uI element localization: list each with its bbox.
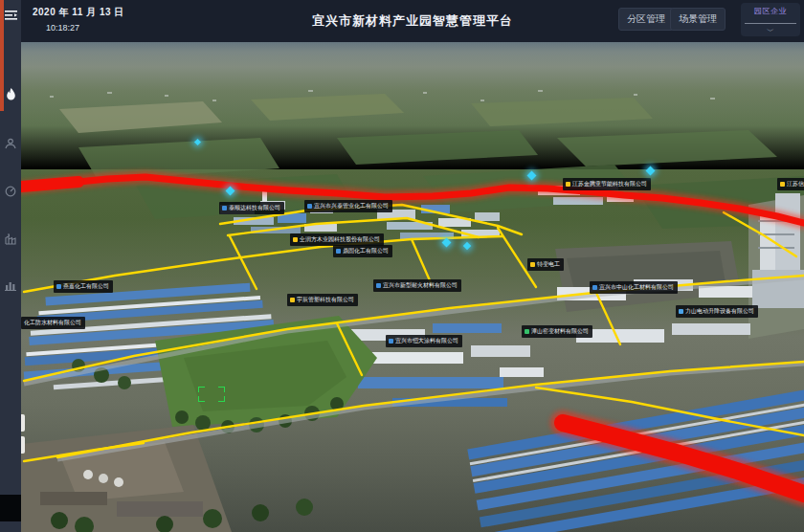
company-marker-icon	[376, 283, 381, 288]
dropdown-divider	[745, 23, 796, 24]
current-time: 10:18:27	[46, 23, 124, 33]
map-company-label[interactable]: 江苏信汇新材料有限公司	[777, 178, 804, 190]
map-company-label[interactable]: 力山电动升降设备有限公司	[676, 305, 758, 318]
map-company-label[interactable]: 江苏金腾亚节能科技有限公司	[563, 178, 651, 190]
company-name: 江苏信汇新材料有限公司	[787, 180, 804, 188]
park-enterprise-dropdown[interactable]: 园区企业 ﹀	[741, 3, 800, 36]
company-marker-icon	[566, 182, 570, 187]
company-name: 泰顺达科技有限公司	[229, 204, 280, 212]
company-name: 化工防水材料有限公司	[24, 319, 81, 327]
company-marker-icon	[780, 182, 785, 187]
map-company-label[interactable]: 宜兴市中山化工材料有限公司	[590, 281, 678, 294]
sidebar-footer-block	[0, 495, 21, 521]
company-name: 特变电工	[537, 260, 560, 269]
map-company-label[interactable]: 特变电工	[527, 258, 564, 271]
company-marker-icon	[389, 339, 393, 344]
map-company-label[interactable]: 潭山窑变材料有限公司	[522, 325, 592, 338]
header-bar: 2020 年 11 月 13 日 10:18:27 宜兴市新材料产业园智慧管理平…	[21, 0, 804, 42]
map-company-label[interactable]: 宜兴市新型耐火材料有限公司	[373, 279, 461, 292]
dropdown-label: 园区企业	[754, 6, 787, 16]
company-marker-icon	[293, 237, 298, 242]
bar-chart-icon[interactable]	[0, 276, 21, 295]
gauge-icon[interactable]	[0, 182, 21, 201]
chevron-down-icon: ﹀	[767, 29, 774, 34]
map-company-label[interactable]: 燕嘉化工有限公司	[54, 280, 113, 293]
company-name: 宜兴市兴泰管业化工有限公司	[314, 202, 389, 211]
page-title: 宜兴市新材料产业园智慧管理平台	[312, 12, 513, 30]
company-name: 全润方木业园科技股份有限公司	[300, 235, 380, 244]
map-company-label[interactable]: 宜兴市兴泰管业化工有限公司	[304, 200, 392, 212]
company-name: 宜兴市新型耐火材料有限公司	[383, 281, 458, 290]
company-marker-icon	[56, 284, 61, 289]
datetime-block: 2020 年 11 月 13 日 10:18:27	[33, 6, 124, 33]
menu-icon[interactable]	[0, 6, 21, 25]
left-toolbar	[0, 0, 21, 532]
fire-icon[interactable]	[0, 84, 21, 103]
company-name: 力山电动升降设备有限公司	[685, 307, 754, 316]
company-name: 潭山窑变材料有限公司	[531, 327, 589, 336]
company-name: 燕嘉化工有限公司	[63, 282, 109, 291]
map-company-label[interactable]: 化工防水材料有限公司	[21, 317, 85, 329]
current-date: 2020 年 11 月 13 日	[33, 6, 124, 19]
company-marker-icon	[307, 204, 312, 209]
company-marker-icon	[679, 309, 683, 314]
map-company-label[interactable]: 鼎固化工有限公司	[333, 245, 392, 257]
company-name: 鼎固化工有限公司	[343, 247, 389, 255]
company-name: 宜兴市中山化工材料有限公司	[599, 283, 674, 292]
zone-manage-button[interactable]: 分区管理	[618, 8, 674, 31]
company-name: 宇辰管塑科技有限公司	[297, 296, 354, 304]
company-marker-icon	[222, 206, 227, 211]
factory-icon[interactable]	[0, 230, 21, 249]
map-company-label[interactable]: 宇辰管塑科技有限公司	[287, 294, 358, 306]
panel-handle[interactable]	[21, 436, 25, 454]
company-marker-icon	[525, 329, 529, 334]
company-name: 宜兴市恒大涂料有限公司	[395, 337, 458, 345]
scene-manage-button[interactable]: 场景管理	[670, 8, 726, 31]
map-company-label[interactable]: 宜兴市恒大涂料有限公司	[386, 335, 462, 347]
company-name: 江苏金腾亚节能科技有限公司	[572, 180, 647, 188]
user-icon[interactable]	[0, 134, 21, 153]
company-marker-icon	[530, 262, 535, 267]
company-marker-icon	[336, 249, 341, 254]
panel-handle[interactable]	[21, 414, 25, 432]
company-marker-icon	[592, 285, 597, 290]
company-marker-icon	[290, 298, 295, 302]
map-company-label[interactable]: 泰顺达科技有限公司	[219, 202, 284, 214]
